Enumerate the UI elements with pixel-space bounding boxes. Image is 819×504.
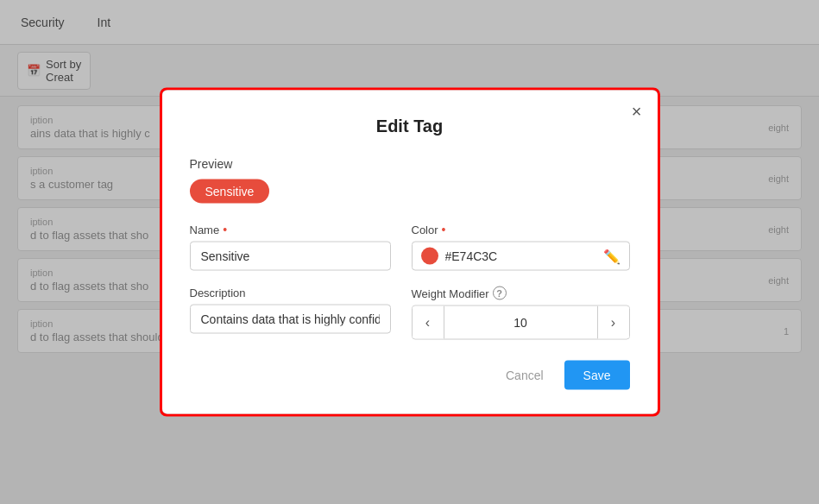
cancel-button[interactable]: Cancel [495,362,554,389]
form-grid: Name • Color • ✏️ [190,223,630,340]
color-field[interactable]: ✏️ [412,242,630,271]
weight-modifier-group: Weight Modifier ? ‹ 10 › [412,287,630,340]
modal-wrapper: × Edit Tag Preview Sensitive Name • [160,88,660,417]
weight-stepper: ‹ 10 › [412,306,630,340]
description-input[interactable] [190,305,391,334]
save-button[interactable]: Save [564,361,630,390]
weight-value: 10 [444,306,598,339]
description-label: Description [190,287,391,299]
color-value-input[interactable] [445,249,596,263]
close-button[interactable]: × [632,103,642,120]
help-icon[interactable]: ? [493,287,507,300]
color-field-group: Color • ✏️ [412,223,630,271]
preview-tag: Sensitive [190,180,270,204]
name-required-dot: • [223,223,227,236]
color-required-dot: • [442,223,446,236]
decrement-button[interactable]: ‹ [413,306,444,339]
increment-button[interactable]: › [598,306,629,339]
modal-title: Edit Tag [190,117,630,136]
color-swatch [421,248,438,265]
modal-border: × Edit Tag Preview Sensitive Name • [160,88,660,417]
name-input[interactable] [190,242,391,271]
preview-section: Preview Sensitive [190,157,630,204]
eyedropper-icon[interactable]: ✏️ [603,248,621,264]
name-field-group: Name • [190,223,391,271]
description-field-group: Description [190,287,391,340]
name-label: Name • [190,223,391,236]
edit-tag-modal: × Edit Tag Preview Sensitive Name • [162,91,658,414]
preview-label: Preview [190,157,630,171]
modal-actions: Cancel Save [190,361,630,390]
weight-label: Weight Modifier ? [412,287,630,300]
color-label: Color • [412,223,630,236]
